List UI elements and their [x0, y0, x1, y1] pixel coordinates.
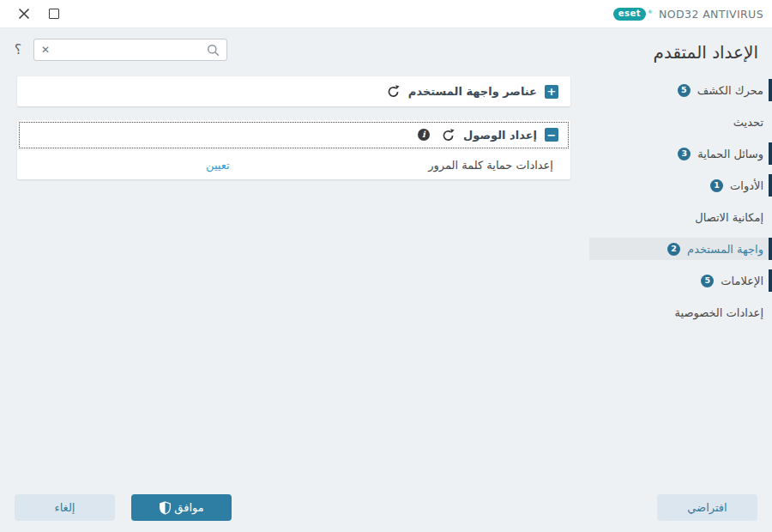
- sidebar-nav: محرك الكشف 5 تحديث وسائل الحماية 3 الأدو…: [589, 79, 772, 323]
- set-password-link[interactable]: تعيين: [206, 159, 230, 172]
- sidebar-item-update[interactable]: تحديث: [589, 111, 772, 133]
- sidebar-item-label: إعدادات الخصوصية: [675, 306, 763, 319]
- sidebar-item-connectivity[interactable]: إمكانية الاتصال: [589, 206, 772, 228]
- cancel-button[interactable]: إلغاء: [15, 494, 115, 521]
- accent-bar: [769, 269, 772, 292]
- window-controls: [0, 7, 59, 21]
- sidebar-item-user-interface[interactable]: واجهة المستخدم 2: [589, 238, 772, 260]
- eset-logo: eset ® NOD32 ANTIVIRUS: [613, 8, 772, 21]
- footer-actions: موافق إلغاء: [15, 494, 232, 521]
- accent-bar: [769, 142, 772, 165]
- expand-icon[interactable]: +: [545, 85, 558, 99]
- setting-row-password-protection: إعدادات حماية كلمة المرور تعيين: [17, 150, 570, 179]
- sidebar-item-detection-engine[interactable]: محرك الكشف 5: [589, 79, 772, 101]
- sidebar-item-label: إمكانية الاتصال: [695, 211, 763, 224]
- close-icon[interactable]: [17, 7, 31, 21]
- badge: 5: [678, 84, 691, 97]
- main-content: ؟ ✕ + عناصر واجهة المستخدم: [0, 28, 589, 532]
- maximize-icon[interactable]: [49, 9, 59, 19]
- sidebar-item-label: وسائل الحماية: [697, 148, 763, 160]
- search-box[interactable]: ✕: [33, 39, 227, 61]
- sidebar-item-label: الإعلامات: [721, 275, 763, 287]
- panel-title: عناصر واجهة المستخدم: [408, 85, 537, 98]
- eset-logo-pill: eset: [613, 8, 646, 21]
- sidebar-item-protections[interactable]: وسائل الحماية 3: [589, 142, 772, 165]
- clear-search-icon[interactable]: ✕: [41, 45, 50, 55]
- panel-header[interactable]: − إعداد الوصول i: [17, 120, 570, 150]
- refresh-icon[interactable]: [441, 128, 455, 142]
- sidebar-item-label: واجهة المستخدم: [687, 243, 763, 256]
- collapse-icon[interactable]: −: [545, 128, 558, 142]
- info-icon[interactable]: i: [418, 129, 430, 141]
- default-button[interactable]: افتراضي: [657, 494, 757, 521]
- sidebar-item-label: محرك الكشف: [697, 84, 763, 97]
- badge: 2: [667, 243, 680, 256]
- panel-actions: i: [418, 128, 455, 142]
- titlebar: eset ® NOD32 ANTIVIRUS: [0, 0, 772, 28]
- sidebar-item-label: تحديث: [733, 116, 763, 129]
- shield-icon: [159, 501, 172, 515]
- setting-label: إعدادات حماية كلمة المرور: [428, 159, 553, 172]
- ok-button-label: موافق: [174, 501, 203, 514]
- badge: 5: [701, 275, 714, 287]
- footer: افتراضي موافق إلغاء: [0, 494, 772, 521]
- panel-user-interface-elements: + عناصر واجهة المستخدم: [17, 76, 570, 106]
- product-name: NOD32 ANTIVIRUS: [659, 8, 763, 21]
- accent-bar: [769, 79, 772, 101]
- sidebar-item-label: الأدوات: [730, 179, 763, 192]
- badge: 3: [678, 148, 691, 160]
- page-title: الإعداد المتقدم: [589, 39, 758, 65]
- search-input[interactable]: [55, 44, 202, 56]
- search-row: ؟ ✕: [0, 39, 589, 61]
- registered-mark: ®: [648, 9, 653, 15]
- accent-bar: [769, 238, 772, 260]
- sidebar-item-tools[interactable]: الأدوات 1: [589, 174, 772, 196]
- refresh-icon[interactable]: [386, 84, 401, 99]
- help-icon[interactable]: ؟: [12, 43, 24, 57]
- sidebar-item-privacy-settings[interactable]: إعدادات الخصوصية: [589, 301, 772, 323]
- sidebar: الإعداد المتقدم محرك الكشف 5 تحديث وسائل…: [589, 28, 772, 532]
- panel-access-setup: − إعداد الوصول i إعدادات حماية كلمة المر…: [17, 120, 570, 179]
- sidebar-item-notifications[interactable]: الإعلامات 5: [589, 269, 772, 292]
- panel-title: إعداد الوصول: [463, 129, 537, 142]
- search-icon[interactable]: [207, 44, 220, 57]
- panel-actions: [386, 84, 401, 99]
- ok-button[interactable]: موافق: [131, 494, 232, 521]
- accent-bar: [769, 174, 772, 196]
- panel-header[interactable]: + عناصر واجهة المستخدم: [17, 76, 570, 106]
- badge: 1: [710, 179, 723, 192]
